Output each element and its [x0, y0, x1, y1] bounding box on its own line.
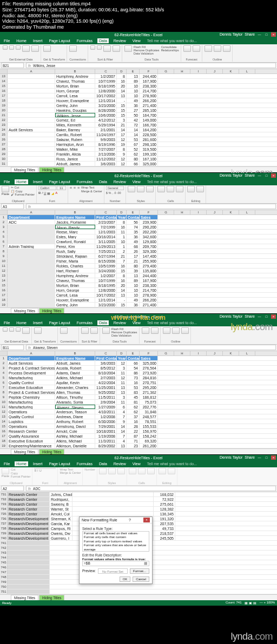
tab-view[interactable]: View [131, 461, 142, 466]
cell[interactable]: 319,500 [140, 147, 158, 151]
cell[interactable]: 270,751 [140, 380, 158, 385]
col-header[interactable]: B [55, 210, 95, 214]
cell[interactable]: 214,700 [140, 89, 158, 93]
cell[interactable] [8, 234, 55, 239]
tab-data[interactable]: Data [97, 320, 109, 325]
cell[interactable]: 20 [117, 283, 127, 287]
minimize-icon[interactable]: — [257, 173, 262, 178]
row-header[interactable]: 17 [0, 93, 8, 98]
cell[interactable]: 66 [127, 361, 140, 365]
cell[interactable]: Quality Assurance [8, 434, 55, 438]
cell[interactable]: 271,400 [140, 303, 158, 307]
cell[interactable]: 62 [127, 405, 140, 409]
cell[interactable]: 199,100 [140, 152, 158, 156]
cell[interactable]: 2/1/2001 [95, 128, 117, 132]
italic-button[interactable]: I [42, 191, 43, 195]
cell[interactable]: 4 [117, 410, 127, 414]
col-header[interactable]: E [127, 69, 140, 73]
cell[interactable] [8, 570, 50, 574]
cell[interactable]: Hoover, Evangeline [55, 98, 95, 103]
col-header[interactable]: B [55, 351, 95, 355]
cell[interactable]: 21 [117, 254, 127, 258]
cell[interactable]: Alvarado, Sonia [55, 400, 95, 404]
forecast-sheet-button[interactable] [151, 327, 159, 334]
refresh-all-button[interactable] [60, 327, 68, 334]
cell[interactable]: Rush, Sally [55, 249, 95, 253]
close-icon[interactable]: × [271, 32, 276, 37]
formula-input[interactable]: fxADC [26, 486, 276, 491]
cell[interactable]: 342,600 [140, 234, 158, 239]
cell[interactable]: 129,800 [140, 239, 158, 244]
cell[interactable]: Atkinson, Danielle [55, 444, 95, 448]
cell[interactable]: 11 [117, 371, 127, 375]
cell[interactable]: 11/29/2013 [95, 244, 117, 249]
tab-formulas[interactable]: Formulas [75, 320, 94, 325]
cell[interactable] [8, 239, 55, 244]
cell[interactable]: 128,382 [154, 507, 175, 511]
row-header[interactable]: 8 [0, 390, 8, 394]
name-box[interactable]: B21 [1, 63, 24, 68]
cell[interactable]: Chavez, Thomas [55, 278, 95, 283]
cell[interactable]: 8/18/1995 [95, 283, 117, 287]
row-header[interactable]: 31 [0, 162, 8, 166]
row-header[interactable]: 744 [0, 555, 8, 560]
list-item[interactable]: Format only values that are above or bel… [83, 544, 149, 552]
cell[interactable]: Manufacturing [8, 400, 55, 404]
share-button[interactable]: Share [245, 32, 255, 37]
cell[interactable] [8, 254, 55, 258]
col-sales[interactable]: Sales [140, 215, 158, 219]
copy-button[interactable]: 📋 Copy [11, 190, 35, 193]
delete-cells-button[interactable] [167, 186, 174, 192]
cell[interactable]: 73 [127, 375, 140, 380]
row-header[interactable]: 16 [0, 429, 8, 433]
cell[interactable] [8, 551, 50, 555]
cell[interactable]: 149,000 [140, 118, 158, 122]
cell[interactable]: 14 [117, 429, 127, 433]
sort-za-button[interactable] [97, 45, 102, 50]
cell[interactable]: 50 [127, 113, 140, 117]
cell[interactable]: Johns, Chad [50, 492, 72, 497]
cell[interactable]: 21 [127, 259, 140, 263]
row-header[interactable]: 3 [0, 225, 8, 229]
row-header[interactable]: 18 [0, 439, 8, 443]
cell[interactable] [72, 492, 154, 497]
cell[interactable]: 19 [117, 142, 127, 146]
cell[interactable]: Walker, Mike [55, 147, 95, 151]
cell[interactable]: Manufacturing [8, 375, 55, 380]
col-first[interactable]: First Contact [95, 356, 117, 360]
cell[interactable] [8, 575, 50, 579]
cell[interactable]: 329,300 [140, 249, 158, 253]
row-header[interactable]: 740 [0, 536, 8, 540]
tab-pagelayout[interactable]: Page Layout [47, 38, 71, 43]
col-header[interactable]: I [190, 351, 207, 355]
cell[interactable]: 10 [127, 89, 140, 93]
cell[interactable]: 4 [117, 439, 127, 443]
cell[interactable]: 8/29/2002 [95, 444, 117, 448]
cell[interactable]: Humphrey, Andrew [55, 273, 95, 278]
cell[interactable] [8, 264, 55, 268]
cell[interactable] [72, 512, 154, 516]
col-header[interactable]: C [95, 351, 117, 355]
cell[interactable]: 12/8/2000 [95, 288, 117, 292]
cell[interactable]: 284,816 [140, 375, 158, 380]
tab-file[interactable]: File [2, 38, 11, 43]
row-header[interactable]: 19 [0, 444, 8, 448]
cell[interactable]: 209,700 [140, 244, 158, 249]
cell[interactable]: 53 [127, 137, 140, 142]
text-to-columns-button[interactable] [124, 45, 132, 52]
cell[interactable]: Guerrero, I [50, 536, 72, 540]
cell[interactable] [8, 147, 55, 151]
cell[interactable]: 16 [127, 380, 140, 385]
tell-me[interactable]: Tell me what you want to do... [146, 461, 199, 466]
cell[interactable]: 11 [117, 230, 127, 234]
cell[interactable]: 39 [127, 269, 140, 273]
tab-file[interactable]: File [2, 179, 11, 184]
cell[interactable]: 135,800 [140, 269, 158, 273]
tab-data[interactable]: Data [97, 179, 109, 184]
select-all[interactable] [0, 210, 8, 214]
cell[interactable] [8, 293, 55, 297]
border-button[interactable]: ▦ [47, 191, 50, 195]
tab-data[interactable]: Data [97, 38, 109, 43]
filter-button[interactable] [113, 45, 120, 52]
align-top-button[interactable]: ≡ [70, 186, 72, 190]
